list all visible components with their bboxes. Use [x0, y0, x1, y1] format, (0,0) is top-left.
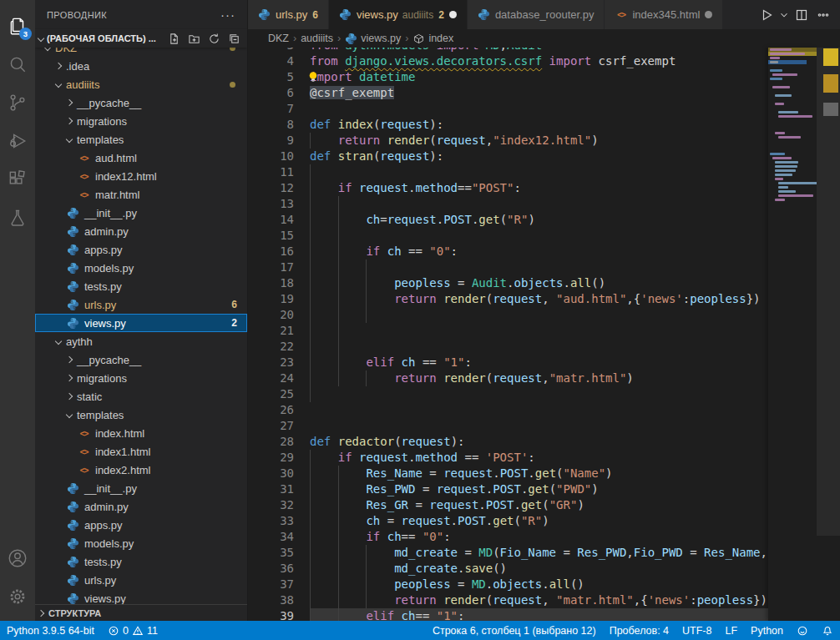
code-line-9[interactable]: 9 return render(request,"index12.html") — [248, 133, 768, 149]
tree-item-__init__.py[interactable]: __init__.py — [35, 479, 247, 497]
code-line-39[interactable]: 39 elif ch== "1": — [248, 608, 768, 621]
split-editor-icon[interactable] — [792, 5, 812, 25]
breadcrumb-item-views.py[interactable]: views.py — [345, 33, 401, 45]
settings-gear-icon[interactable] — [0, 577, 35, 616]
tree-item-apps.py[interactable]: apps.py — [35, 240, 247, 259]
python-interpreter-status[interactable]: Python 3.9.5 64-bit — [0, 621, 101, 640]
tree-item-__pycache__[interactable]: __pycache__ — [35, 93, 247, 112]
code-line-36[interactable]: 36 md_create.save() — [248, 561, 768, 577]
code-line-21[interactable]: 21 — [248, 323, 768, 339]
indentation-status[interactable]: Пробелов: 4 — [603, 621, 676, 640]
code-line-16[interactable]: 16 if ch == "0": — [248, 244, 768, 260]
run-debug-icon[interactable] — [0, 122, 35, 160]
code-line-31[interactable]: 31 Res_PWD = request.POST.get("PWD") — [248, 481, 768, 497]
explorer-icon[interactable]: 3 — [0, 7, 35, 45]
code-line-12[interactable]: 12 if request.method=="POST": — [248, 180, 768, 196]
tree-item-audiiits[interactable]: audiiits — [35, 75, 247, 93]
tree-item-index1.html[interactable]: <>index1.html — [35, 442, 247, 461]
code-line-35[interactable]: 35 md_create = MD(Fio_Name = Res_PWD,Fio… — [248, 545, 768, 561]
code-line-33[interactable]: 33 ch = request.POST.get("R") — [248, 513, 768, 529]
language-mode-status[interactable]: Python — [744, 621, 790, 640]
code-line-38[interactable]: 38 return render(request, "matr.html",{'… — [248, 592, 768, 608]
breadcrumb-item-audiiits[interactable]: audiiits — [301, 33, 333, 44]
tree-item-views.py[interactable]: views.py — [35, 589, 247, 605]
minimap[interactable] — [768, 48, 817, 621]
breadcrumb-item-index[interactable]: index — [412, 33, 453, 45]
code-line-37[interactable]: 37 peopless = MD.objects.all() — [248, 577, 768, 592]
lightbulb-icon[interactable] — [307, 71, 319, 83]
run-dropdown-icon[interactable] — [778, 5, 790, 25]
code-line-34[interactable]: 34 if ch== "0": — [248, 529, 768, 545]
cursor-position-status[interactable]: Строка 6, столбец 1 (выбрано 12) — [426, 621, 603, 640]
account-icon[interactable] — [0, 539, 35, 577]
code-line-30[interactable]: 30 Res_Name = request.POST.get("Name") — [248, 466, 768, 481]
structure-section-header[interactable]: СТРУКТУРА — [35, 604, 247, 621]
code-line-17[interactable]: 17 — [248, 260, 768, 275]
scrollbar[interactable] — [817, 29, 840, 621]
tab-urls.py[interactable]: urls.py6 — [248, 0, 329, 29]
code-line-3[interactable]: 3from aythh.models import MD,Audit — [248, 48, 768, 53]
tree-item-__pycache__[interactable]: __pycache__ — [35, 350, 247, 369]
scrollbar-thumb[interactable] — [817, 48, 840, 536]
more-actions-icon[interactable] — [813, 5, 833, 25]
code-line-25[interactable]: 25 — [248, 386, 768, 402]
code-line-32[interactable]: 32 Res_GR = request.POST.get("GR") — [248, 497, 768, 513]
tree-item-index12.html[interactable]: <>index12.html — [35, 167, 247, 185]
tree-item-tests.py[interactable]: tests.py — [35, 552, 247, 571]
code-line-18[interactable]: 18 peopless = Audit.objects.all() — [248, 275, 768, 291]
code-line-28[interactable]: 28def redactor(request): — [248, 434, 768, 450]
code-line-29[interactable]: 29 if request.method == 'POST': — [248, 450, 768, 466]
tree-item-apps.py[interactable]: apps.py — [35, 516, 247, 534]
code-line-8[interactable]: 8def index(request): — [248, 117, 768, 133]
tree-item-index.html[interactable]: <>index.html — [35, 424, 247, 442]
tree-item-aud.html[interactable]: <>aud.html — [35, 149, 247, 167]
tree-item-models.py[interactable]: models.py — [35, 534, 247, 552]
tab-database_roouter.py[interactable]: database_roouter.py — [468, 0, 605, 29]
tree-item-admin.py[interactable]: admin.py — [35, 497, 247, 516]
code-line-13[interactable]: 13 — [248, 196, 768, 212]
search-icon[interactable] — [0, 45, 35, 83]
feedback-icon[interactable] — [790, 621, 815, 640]
tree-item-aythh[interactable]: aythh — [35, 332, 247, 350]
bell-icon[interactable] — [815, 621, 840, 640]
problems-status[interactable]: 0 11 — [101, 621, 164, 640]
code-line-26[interactable]: 26 — [248, 402, 768, 418]
tree-item-migrations[interactable]: migrations — [35, 112, 247, 130]
tree-item-index2.html[interactable]: <>index2.html — [35, 461, 247, 479]
testing-icon[interactable] — [0, 199, 35, 237]
code-line-27[interactable]: 27 — [248, 418, 768, 434]
unsaved-dot-icon[interactable] — [705, 11, 712, 18]
new-folder-icon[interactable] — [185, 30, 202, 47]
run-icon[interactable] — [757, 5, 777, 25]
unsaved-dot-icon[interactable] — [449, 11, 457, 18]
more-actions-icon[interactable]: ··· — [220, 11, 235, 19]
tree-item-__init__.py[interactable]: __init__.py — [35, 204, 247, 222]
tree-item-.idea[interactable]: .idea — [35, 57, 247, 75]
code-line-20[interactable]: 20 — [248, 307, 768, 323]
code-line-7[interactable]: 7 — [248, 101, 768, 117]
tree-item-templates[interactable]: templates — [35, 130, 247, 149]
code-line-6[interactable]: 6@csrf_exempt — [248, 85, 768, 101]
tree-item-DKZ[interactable]: DKZ — [35, 48, 247, 57]
tree-item-migrations[interactable]: migrations — [35, 369, 247, 387]
code-line-22[interactable]: 22 — [248, 339, 768, 355]
code-line-15[interactable]: 15 — [248, 228, 768, 244]
code-line-19[interactable]: 19 return render(request, "aud.html",{'n… — [248, 291, 768, 307]
code-line-24[interactable]: 24 return render(request,"matr.html") — [248, 370, 768, 386]
tree-item-matr.html[interactable]: <>matr.html — [35, 185, 247, 204]
eol-status[interactable]: LF — [718, 621, 744, 640]
tree-item-views.py[interactable]: views.py2 — [35, 314, 247, 332]
tree-item-models.py[interactable]: models.py — [35, 259, 247, 277]
new-file-icon[interactable] — [165, 30, 182, 47]
tree-item-tests.py[interactable]: tests.py — [35, 277, 247, 295]
tab-views.py[interactable]: views.pyaudiiits2 — [329, 0, 468, 29]
code-line-23[interactable]: 23 elif ch == "1": — [248, 355, 768, 370]
workspace-section-header[interactable]: (РАБОЧАЯ ОБЛАСТЬ) ... — [35, 29, 247, 48]
tree-item-templates[interactable]: templates — [35, 406, 247, 424]
code-line-11[interactable]: 11 — [248, 164, 768, 180]
tree-item-urls.py[interactable]: urls.py6 — [35, 295, 247, 314]
code-area[interactable]: 3from aythh.models import MD,Audit4from … — [248, 48, 768, 621]
tree-item-static[interactable]: static — [35, 387, 247, 406]
source-control-icon[interactable] — [0, 83, 35, 122]
code-line-14[interactable]: 14 ch=request.POST.get("R") — [248, 212, 768, 228]
